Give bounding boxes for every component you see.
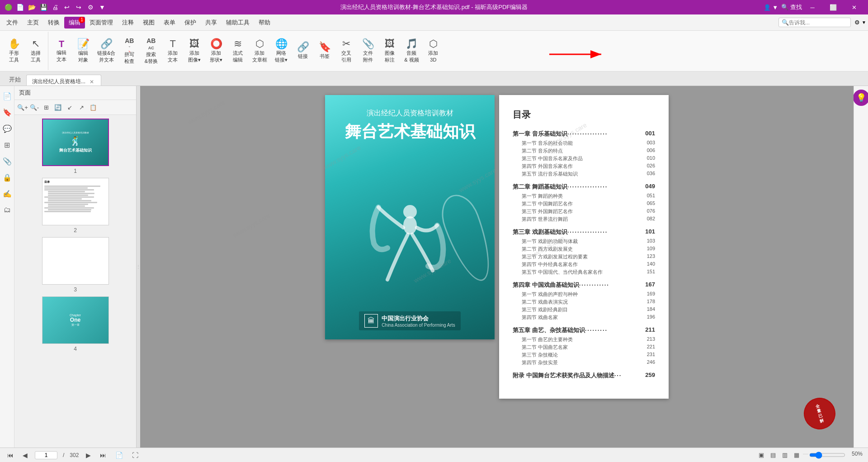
open-icon[interactable]: 📂 (27, 3, 36, 12)
spellcheck-button[interactable]: ABˇ 拼写检查 (119, 33, 140, 69)
prev-page-button[interactable]: ◀ (21, 451, 29, 460)
page-thumb-img-3[interactable] (42, 237, 109, 285)
link-merge-icon: 🔗 (100, 39, 113, 49)
menu-help[interactable]: 帮助 (254, 17, 275, 29)
toc-chapter-1: 第一章 音乐基础知识················ 001 第一节 音乐的社会… (513, 130, 655, 177)
pdf-content-area[interactable]: www.syys.care www.syys.care www.syys.car… (140, 86, 854, 448)
cross-ref-button[interactable]: ✂ 交叉引用 (336, 33, 357, 69)
page-thumb-4[interactable]: Chapter One 第一章 4 (18, 296, 132, 352)
nav-layers-icon[interactable]: ⊞ (1, 138, 14, 151)
menu-convert[interactable]: 转换 (43, 17, 64, 29)
dropdown-icon[interactable]: ▼ (98, 3, 107, 12)
link-button[interactable]: 🔗 链接 (292, 33, 313, 69)
menu-tools[interactable]: 辅助工具 (222, 17, 254, 29)
nav-comments-icon[interactable]: 💬 (1, 122, 14, 135)
audio-video-button[interactable]: 🎵 音频& 视频 (401, 33, 422, 69)
tab-close-button[interactable]: ✕ (88, 78, 95, 86)
nav-stamp-icon[interactable]: 🗂 (1, 204, 14, 216)
new-file-icon[interactable]: 📄 (15, 3, 24, 12)
nav-signatures-icon[interactable]: ✍ (1, 187, 14, 200)
bookmark-button[interactable]: 🔖 书签 (314, 33, 335, 69)
nav-bookmarks-icon[interactable]: 🔖 (1, 106, 14, 119)
two-page-continuous-button[interactable]: ▦ (791, 451, 802, 459)
menu-file[interactable]: 文件 (2, 17, 23, 29)
print-icon[interactable]: 🖨 (51, 3, 60, 12)
toc-appendix: 附录 中国舞台艺术获奖作品及人物描述··· 259 (513, 372, 655, 380)
image-annotation-button[interactable]: 🖼 图像标注 (379, 33, 400, 69)
page-number-input[interactable] (35, 451, 57, 459)
attachment-button[interactable]: 📎 文件附件 (358, 33, 378, 69)
menu-form[interactable]: 表单 (159, 17, 180, 29)
edit-object-button[interactable]: 📝 编辑对象 (73, 33, 94, 69)
add-text-button[interactable]: T 添加文本 (162, 33, 183, 69)
page-thumb-3[interactable]: 3 (18, 237, 132, 293)
menu-page-manage[interactable]: 页面管理 (85, 17, 118, 29)
lightbulb-button[interactable]: 💡 (853, 90, 868, 106)
web-link-button[interactable]: 🌐 网络链接▾ (271, 33, 292, 69)
last-page-button[interactable]: ⏭ (98, 451, 108, 460)
add-3d-button[interactable]: ⬡ 添加3D (423, 33, 443, 69)
maximize-button[interactable]: ⬜ (823, 0, 844, 14)
search-toolbar-icon[interactable]: 🔍 查找 (781, 0, 802, 14)
cross-ref-icon: ✂ (342, 39, 350, 49)
undo-icon[interactable]: ↩ (62, 3, 71, 12)
menu-edit[interactable]: 编辑 1 (64, 17, 85, 29)
page-thumb-img-1[interactable]: 演出经纪人员资格培训教材 🕺 舞台艺术基础知识 (42, 119, 109, 166)
flow-edit-button[interactable]: ≋ 流式编辑 (227, 33, 248, 69)
page-num-2: 2 (74, 227, 77, 233)
add-shape-button[interactable]: ⭕ 添加形状▾ (206, 33, 226, 69)
close-button[interactable]: ✕ (844, 0, 864, 14)
page-thumb-img-2[interactable]: 目录 (42, 178, 109, 225)
fullscreen-button[interactable]: ⛶ (130, 451, 140, 460)
search-replace-button[interactable]: ABAC 搜索&替换 (141, 33, 161, 69)
expand-button[interactable]: ↗ (76, 102, 87, 113)
page-thumb-2[interactable]: 目录 (18, 178, 132, 233)
add-3d-icon: ⬡ (429, 39, 438, 49)
save-icon[interactable]: 💾 (39, 3, 48, 12)
save-copy-button[interactable]: 📄 (113, 451, 125, 460)
next-page-button[interactable]: ▶ (84, 451, 93, 460)
add-article-button[interactable]: ⬡ 添加文章框 (249, 33, 270, 69)
menu-share[interactable]: 共享 (201, 17, 222, 29)
zoom-slider[interactable] (809, 451, 845, 459)
zoom-in-pages-button[interactable]: 🔍+ (17, 102, 28, 113)
nav-security-icon[interactable]: 🔒 (1, 171, 14, 184)
menu-view[interactable]: 视图 (138, 17, 159, 29)
rotate-pages-button[interactable]: 🔄 (52, 102, 63, 113)
page-thumb-1[interactable]: 演出经纪人员资格培训教材 🕺 舞台艺术基础知识 1 (18, 119, 132, 174)
redo-icon[interactable]: ↪ (74, 3, 83, 12)
tab-home[interactable]: 开始 (4, 74, 26, 86)
app-icon: 🟢 (4, 3, 13, 12)
layout-dropdown-icon[interactable]: ▼ (862, 20, 866, 25)
reduce-button[interactable]: ↙ (64, 102, 75, 113)
layout-icon[interactable]: ⚙ (854, 19, 860, 26)
link-merge-button[interactable]: 🔗 链接&合并文本 (94, 33, 118, 69)
page-thumb-img-4[interactable]: Chapter One 第一章 (42, 296, 109, 344)
menu-protect[interactable]: 保护 (180, 17, 201, 29)
panel-resizer[interactable]: ⋮ (137, 86, 140, 448)
add-image-button[interactable]: 🖼 添加图像▾ (184, 33, 205, 69)
single-page-view-button[interactable]: ▣ (756, 451, 767, 459)
edit-text-button[interactable]: T 编辑文本 (51, 33, 72, 69)
nav-attachments-icon[interactable]: 📎 (1, 155, 14, 167)
first-page-button[interactable]: ⏮ (5, 451, 15, 460)
main-layout: 📄 🔖 💬 ⊞ 📎 🔒 ✍ 🗂 页面 🔍+ 🔍- ⊞ 🔄 ↙ ↗ 📋 (0, 86, 868, 448)
more-icon[interactable]: ⚙ (86, 3, 95, 12)
menu-annotate[interactable]: 注释 (118, 17, 138, 29)
continuous-view-button[interactable]: ▤ (768, 451, 778, 459)
select-tool-button[interactable]: ↖ 选择工具 (25, 33, 46, 69)
zoom-out-pages-button[interactable]: 🔍- (29, 102, 40, 113)
menu-home[interactable]: 主页 (23, 17, 43, 29)
tab-document[interactable]: 演出经纪人员资格培... ✕ (26, 75, 101, 86)
search-input[interactable] (789, 19, 843, 26)
cover-footer-text: 中国演出行业协会 China Association of Performing… (382, 314, 455, 328)
nav-pages-icon[interactable]: 📄 (1, 90, 14, 102)
user-account-icon[interactable]: 👤 ▼ (760, 0, 781, 14)
fit-pages-button[interactable]: ⊞ (41, 102, 52, 113)
add-text-label: 添加文本 (168, 50, 178, 63)
two-page-view-button[interactable]: ▥ (779, 451, 790, 459)
toc-section-1-5: 第五节 流行音乐基础知识036 (513, 171, 655, 177)
copy-page-button[interactable]: 📋 (88, 102, 99, 113)
hand-tool-button[interactable]: ✋ 手形工具 (4, 33, 24, 69)
minimize-button[interactable]: ─ (802, 0, 823, 14)
